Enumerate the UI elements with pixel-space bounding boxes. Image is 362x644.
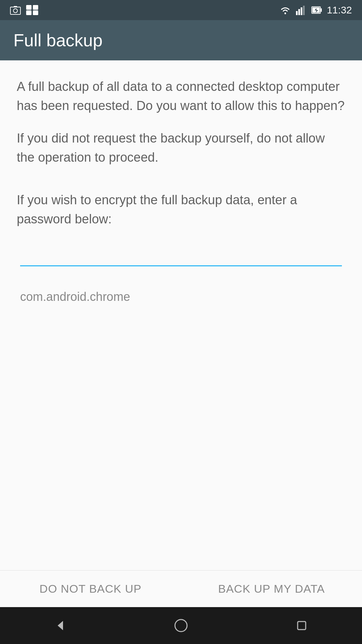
password-input-container — [17, 242, 345, 266]
action-bar: DO NOT BACK UP BACK UP MY DATA — [0, 570, 362, 607]
svg-rect-8 — [296, 11, 298, 15]
warning-text: If you did not request the backup yourse… — [17, 129, 345, 167]
app-bar: Full backup — [0, 20, 362, 60]
signal-icon — [296, 5, 307, 15]
nav-bar — [0, 607, 362, 644]
description-text: A full backup of all data to a connected… — [17, 77, 345, 115]
content-area: A full backup of all data to a connected… — [0, 60, 362, 570]
svg-rect-17 — [298, 622, 306, 630]
svg-point-16 — [175, 620, 187, 632]
app-icon — [26, 5, 38, 15]
status-time: 11:32 — [327, 4, 352, 16]
svg-point-1 — [13, 9, 17, 13]
backup-my-data-button[interactable]: BACK UP MY DATA — [181, 571, 362, 607]
svg-rect-2 — [14, 6, 17, 7]
photo-icon — [10, 5, 21, 15]
svg-rect-6 — [33, 10, 38, 15]
back-button[interactable] — [47, 612, 74, 639]
svg-marker-15 — [58, 621, 63, 630]
svg-rect-4 — [26, 10, 32, 15]
page-title: Full backup — [13, 30, 103, 50]
status-bar-left — [10, 5, 38, 15]
svg-rect-0 — [10, 7, 20, 14]
battery-icon — [311, 5, 322, 15]
svg-rect-9 — [298, 9, 300, 15]
do-not-backup-button[interactable]: DO NOT BACK UP — [0, 571, 181, 607]
svg-point-7 — [284, 13, 286, 14]
wifi-icon — [279, 5, 291, 15]
status-bar-right: 11:32 — [279, 4, 352, 16]
recents-button[interactable] — [288, 612, 315, 639]
password-input[interactable] — [20, 242, 342, 266]
encrypt-prompt: If you wish to encrypt the full backup d… — [17, 191, 345, 229]
package-name: com.android.chrome — [17, 283, 345, 311]
svg-rect-5 — [33, 5, 38, 10]
home-button[interactable] — [168, 612, 194, 639]
svg-rect-13 — [320, 8, 322, 12]
status-bar: 11:32 — [0, 0, 362, 20]
svg-rect-10 — [301, 7, 302, 15]
svg-rect-11 — [303, 6, 305, 15]
svg-rect-3 — [26, 5, 32, 10]
